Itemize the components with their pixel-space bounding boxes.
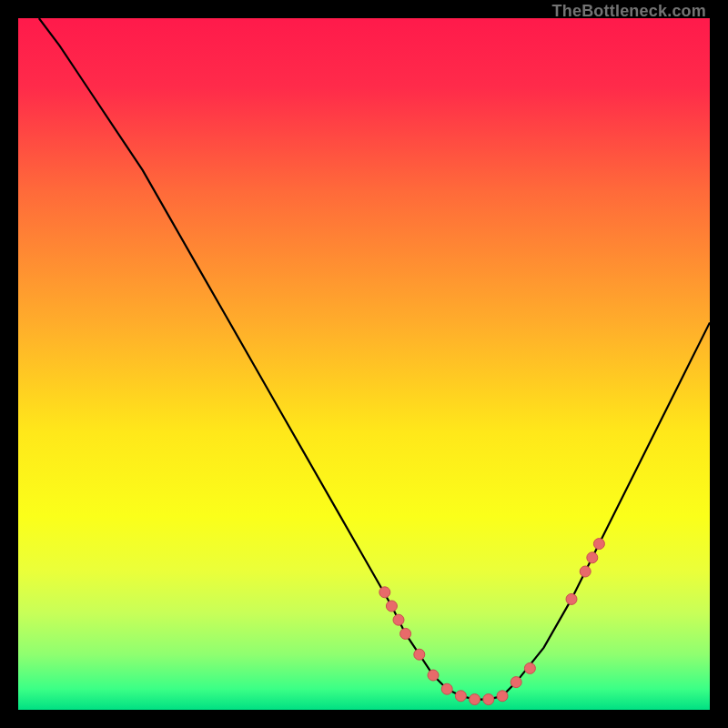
- marker-point: [379, 587, 390, 598]
- marker-point: [470, 694, 480, 705]
- attribution-label: TheBottleneck.com: [552, 2, 706, 21]
- chart-svg: [18, 18, 710, 710]
- marker-point: [497, 691, 508, 702]
- marker-point: [400, 628, 411, 639]
- marker-point: [393, 614, 404, 625]
- marker-point: [428, 670, 439, 681]
- marker-point: [483, 694, 494, 705]
- marker-point: [566, 593, 577, 604]
- marker-point: [587, 552, 598, 563]
- gradient-background: [18, 18, 710, 710]
- marker-point: [441, 683, 452, 694]
- chart-frame: [18, 18, 710, 710]
- marker-point: [524, 662, 535, 673]
- marker-point: [593, 539, 604, 550]
- marker-point: [414, 649, 425, 660]
- marker-point: [580, 566, 591, 577]
- marker-point: [455, 691, 466, 702]
- marker-point: [511, 677, 521, 688]
- marker-point: [386, 601, 397, 612]
